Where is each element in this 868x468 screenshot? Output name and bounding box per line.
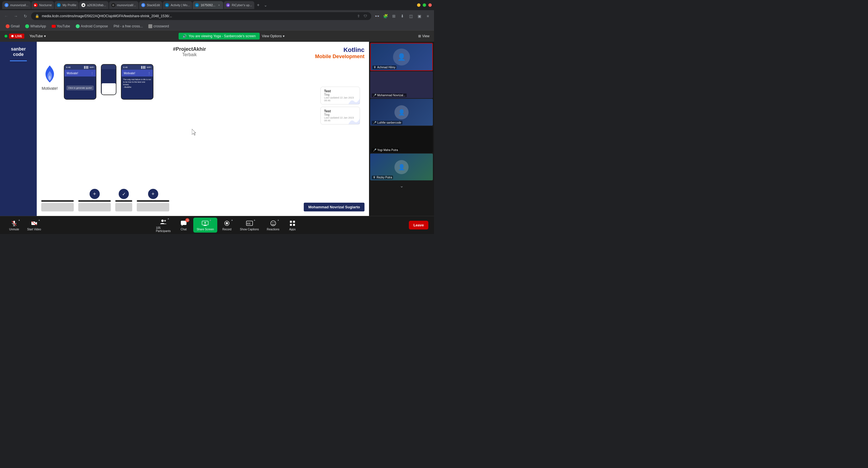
wallet-icon[interactable]: ▣ xyxy=(415,12,423,20)
tab-label: munovrizall/... xyxy=(117,3,136,7)
tab-activity[interactable]: in Activity | Mo... xyxy=(163,1,192,9)
chevron-down-icon: ▾ xyxy=(283,34,284,38)
logo-divider xyxy=(10,60,27,61)
url-icons: ⇧ 🛡 xyxy=(356,13,368,19)
window-controls xyxy=(417,3,432,7)
reactions-button[interactable]: ▲ Reactions xyxy=(264,218,283,233)
share-icon[interactable]: ⇧ xyxy=(356,13,361,19)
check-button[interactable]: ✓ xyxy=(119,189,129,199)
participant-name-achmad: 🎙 Achmad Hilmy xyxy=(372,65,396,69)
bookmark-gmail[interactable]: Gmail xyxy=(3,24,22,29)
record-button[interactable]: ▲ Record xyxy=(218,218,236,233)
view-options-button[interactable]: View Options ▾ xyxy=(260,33,287,39)
mic-off-icon: ▲ xyxy=(10,219,18,227)
close-button[interactable] xyxy=(428,3,432,7)
phone-mockup-1: 8:48 ▌▌▌ WiFi Motivate! ⋮ xyxy=(64,64,96,100)
gmail-icon xyxy=(6,24,10,28)
bookmark-label: YouTube xyxy=(57,24,70,28)
column-4: + xyxy=(137,189,169,211)
tab-close-btn[interactable]: × xyxy=(217,3,221,7)
participants-button[interactable]: ▲ 105 Participants xyxy=(153,216,174,234)
youtube-icon xyxy=(52,25,56,28)
mic-muted-icon-3: 🎤 xyxy=(373,148,376,152)
participant-name-rezky: 🎙 Rezky Putra xyxy=(372,175,393,179)
participant-name-luthfie: 🎤 Luthfie sanbercode xyxy=(372,121,402,125)
tab-munovrizal2[interactable]: ⊙ munovrizall/... xyxy=(109,1,138,9)
share-screen-button[interactable]: ▲ Share Screen xyxy=(193,218,217,233)
bookmark-youtube[interactable]: YouTube xyxy=(50,24,72,29)
download-icon[interactable]: ⬇ xyxy=(398,12,406,20)
tab-icon-yt: ▶ xyxy=(34,3,38,7)
new-tab-button[interactable]: + xyxy=(255,2,261,8)
split-icon[interactable]: ⊞ xyxy=(390,12,398,20)
maximize-button[interactable] xyxy=(423,3,426,7)
tab-overflow-button[interactable]: ⌄ xyxy=(262,2,269,8)
address-bar: ← → ↻ 🔒 media.licdn.com/dms/image/D5622A… xyxy=(0,10,434,22)
zoom-app: LIVE YouTube ▾ 🔊 You are viewing Yoga - … xyxy=(0,31,434,234)
bookmark-crossword[interactable]: crossword xyxy=(146,24,171,29)
camera-off-icon: ▲ xyxy=(30,219,38,227)
chat-icon: 5 ▲ xyxy=(180,219,188,227)
mic-muted-icon-2: 🎤 xyxy=(373,121,376,124)
svg-rect-20 xyxy=(293,224,295,226)
svg-point-11 xyxy=(226,222,228,224)
tab-stackedit[interactable]: S StackEdit xyxy=(139,1,162,9)
puzzle-icon[interactable]: 🧩 xyxy=(381,12,390,20)
extensions-icon[interactable]: 👓 xyxy=(373,12,381,20)
participant-yogi: 🎤 Yogi Maha Putra xyxy=(370,126,433,153)
svg-point-15 xyxy=(272,223,272,223)
menu-icon[interactable]: ≡ xyxy=(424,12,432,20)
card-items: Test Ting Last Updated 22 Jan 2023 08:46… xyxy=(320,87,360,125)
expand-participants-icon[interactable]: ⌄ xyxy=(400,183,403,189)
tab-icon-github3: ⊙ xyxy=(111,3,115,7)
add-button-1[interactable]: + xyxy=(90,189,100,199)
apps-button[interactable]: Apps xyxy=(284,218,301,233)
view-button[interactable]: ⊞ View xyxy=(418,34,430,38)
svg-rect-17 xyxy=(290,221,292,223)
tab-icon-github: ⊙ xyxy=(4,3,8,7)
crossword-icon xyxy=(148,24,152,28)
minimize-button[interactable] xyxy=(417,3,421,7)
brave-shield-icon[interactable]: 🛡 xyxy=(363,13,368,19)
tab-ricyber[interactable]: ◈ RiCyber's up... xyxy=(224,1,254,9)
forward-button[interactable]: → xyxy=(12,12,20,20)
tab-16750924[interactable]: in 1675092... × xyxy=(193,1,223,9)
participant-novrizal: 🎤 Mohammad Novrizal... xyxy=(370,71,433,98)
bookmark-label: WhatsApp xyxy=(30,24,46,28)
tab-munovrizal1[interactable]: ⊙ munovrizall... xyxy=(2,1,31,9)
participants-sidebar: 👤 🎙 Achmad Hilmy 🎤 Mohammad Novrizal... xyxy=(369,42,434,216)
show-captions-button[interactable]: CC ▲ Show Captions xyxy=(237,218,262,233)
presenter-name-badge: Mohammad Novrizal Sugiarto xyxy=(304,203,365,211)
back-button[interactable]: ← xyxy=(2,12,10,20)
screen-share-badge: 🔊 You are viewing Yoga - Sanbercode's sc… xyxy=(179,33,259,39)
url-bar[interactable]: 🔒 media.licdn.com/dms/image/D5622AQHtOCI… xyxy=(31,12,371,20)
chat-button[interactable]: 5 ▲ Chat xyxy=(175,218,192,233)
more-participants[interactable]: ⌄ xyxy=(370,181,433,191)
left-tools: ▲ Unmute ▲ Start Video xyxy=(6,218,44,233)
leave-button[interactable]: Leave xyxy=(409,221,428,230)
reload-button[interactable]: ↻ xyxy=(22,12,29,20)
svg-rect-4 xyxy=(31,222,35,225)
participant-name-novrizal: 🎤 Mohammad Novrizal... xyxy=(372,93,407,97)
tab-label: a26362dfab... xyxy=(87,3,106,7)
left-content: Motivate! xyxy=(41,64,58,187)
tab-nocturne[interactable]: ▶ Nocturne xyxy=(31,1,54,9)
add-button-2[interactable]: + xyxy=(148,189,158,199)
sanbercode-logo: sanber code xyxy=(11,46,26,57)
bookmark-phil[interactable]: Phil - a free cross... xyxy=(111,24,145,29)
start-video-button[interactable]: ▲ Start Video xyxy=(24,218,44,233)
phone-mockup-3: 8:46 ▌▌▌ WiFi Motivate! ⋮ xyxy=(121,64,153,100)
slide-content: sanber code #ProjectAkhir Terbaik xyxy=(0,42,369,216)
participants-chevron: ▲ xyxy=(167,218,169,220)
unmute-button[interactable]: ▲ Unmute xyxy=(6,218,23,233)
tab-a26362[interactable]: ◆ a26362dfab... xyxy=(79,1,108,9)
tab-label: Nocturne xyxy=(39,3,52,7)
sidebar-icon[interactable]: ◫ xyxy=(407,12,415,20)
svg-text:CC: CC xyxy=(247,222,251,225)
youtube-dropdown[interactable]: YouTube ▾ xyxy=(28,34,47,39)
tab-my-profile[interactable]: in My Profile xyxy=(55,1,79,9)
slide-right-area: #ProjectAkhir Terbaik Kotlinc Mobile Dev… xyxy=(37,42,369,216)
tab-icon-github2: ◆ xyxy=(82,3,85,7)
bookmark-android[interactable]: Android Compose xyxy=(73,24,110,29)
bookmark-whatsapp[interactable]: WhatsApp xyxy=(23,24,48,29)
